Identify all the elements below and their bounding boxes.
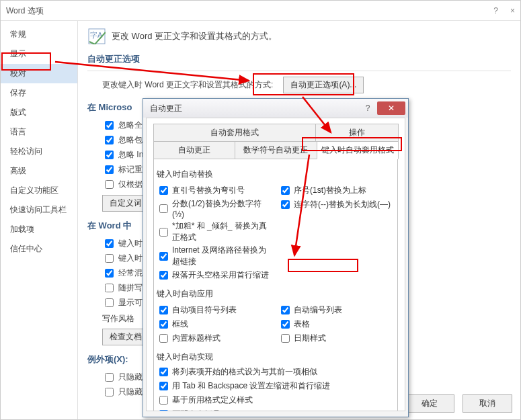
ac-close-icon[interactable]: ✕	[377, 101, 405, 115]
tab-autocorrect[interactable]: 自动更正	[153, 141, 235, 159]
ac-title: 自动更正	[150, 103, 182, 114]
tab-math[interactable]: 数学符号自动更正	[235, 141, 317, 159]
excl-check-2[interactable]	[105, 388, 114, 396]
section-autocorrect-title: 自动更正选项	[87, 53, 511, 65]
window-title: Word 选项	[6, 1, 44, 21]
word-check-5[interactable]	[105, 298, 114, 307]
tab-actions[interactable]: 操作	[315, 124, 399, 142]
ck-heading[interactable]	[159, 334, 168, 343]
word-check-4[interactable]	[105, 284, 114, 292]
word-check-2[interactable]	[105, 254, 114, 263]
ck-internet[interactable]	[159, 252, 168, 261]
sidebar: 常规 显示 校对 保存 版式 语言 轻松访问 高级 自定义功能区 快速访问工具栏…	[1, 21, 78, 419]
ck-border[interactable]	[159, 320, 168, 329]
sidebar-item-addins[interactable]: 加载项	[1, 220, 77, 239]
ck-bold-italic[interactable]	[159, 228, 168, 237]
proofing-icon: 字A	[87, 28, 106, 45]
ac-help-icon[interactable]: ?	[360, 101, 376, 115]
cancel-button[interactable]: 取消	[463, 394, 512, 413]
sidebar-item-save[interactable]: 保存	[1, 83, 77, 103]
excl-check-1[interactable]	[105, 373, 114, 382]
group-replace-title: 键入时自动替换	[157, 169, 395, 180]
autocorrect-dialog: 自动更正 ? ✕ 自动套用格式 操作 自动更正 数学符号自动更正 键入时自动套用…	[143, 98, 409, 417]
ac-titlebar: 自动更正 ? ✕	[143, 99, 408, 118]
group-auto-title: 键入时自动实现	[157, 351, 395, 363]
tab-autoformat-typing[interactable]: 键入时自动套用格式	[317, 141, 399, 159]
ck-fractions[interactable]	[159, 204, 168, 213]
ms-check-2[interactable]	[105, 136, 114, 144]
ck-define-style[interactable]	[159, 396, 168, 405]
autocorrect-desc: 更改键入时 Word 更正文字和设置其格式的方式:	[102, 80, 273, 89]
ck-bullet-list[interactable]	[159, 306, 168, 314]
ck-brackets[interactable]	[159, 410, 168, 411]
titlebar: Word 选项 ? ×	[1, 1, 520, 21]
sidebar-item-trust[interactable]: 信任中心	[1, 239, 77, 259]
sidebar-item-general[interactable]: 常规	[1, 25, 77, 44]
ck-date[interactable]	[281, 334, 290, 343]
word-check-3[interactable]	[105, 269, 114, 278]
ms-check-3[interactable]	[105, 151, 114, 159]
ck-tab-backspace[interactable]	[159, 382, 168, 390]
sidebar-item-language[interactable]: 语言	[1, 122, 77, 142]
content-header-text: 更改 Word 更正文字和设置其格式的方式。	[112, 30, 277, 42]
ms-check-5[interactable]	[105, 180, 114, 189]
ck-table[interactable]	[281, 320, 290, 329]
word-check-1[interactable]	[105, 239, 114, 248]
autocorrect-options-button[interactable]: 自动更正选项(A)...	[283, 77, 364, 93]
ck-number-list[interactable]	[281, 306, 290, 314]
tab-autoformat[interactable]: 自动套用格式	[153, 124, 316, 142]
ms-check-1[interactable]	[105, 121, 114, 130]
close-icon[interactable]: ×	[510, 1, 515, 21]
sidebar-item-custom-ribbon[interactable]: 自定义功能区	[1, 181, 77, 200]
ms-check-4[interactable]	[105, 165, 114, 174]
sidebar-item-qat[interactable]: 快速访问工具栏	[1, 200, 77, 220]
ok-button[interactable]: 确定	[405, 394, 454, 413]
sidebar-item-advanced[interactable]: 高级	[1, 161, 77, 181]
help-icon[interactable]: ?	[493, 1, 498, 21]
sidebar-item-layout[interactable]: 版式	[1, 103, 77, 122]
sidebar-item-proofing[interactable]: 校对	[1, 64, 77, 83]
sidebar-item-display[interactable]: 显示	[1, 44, 77, 64]
ck-ordinal[interactable]	[281, 186, 290, 195]
ck-indent[interactable]	[159, 271, 168, 280]
ck-dash[interactable]	[281, 200, 290, 209]
ck-list-format[interactable]	[159, 368, 168, 376]
group-apply-title: 键入时自动应用	[157, 288, 395, 300]
ck-quotes[interactable]	[159, 186, 168, 195]
sidebar-item-ease[interactable]: 轻松访问	[1, 142, 77, 161]
